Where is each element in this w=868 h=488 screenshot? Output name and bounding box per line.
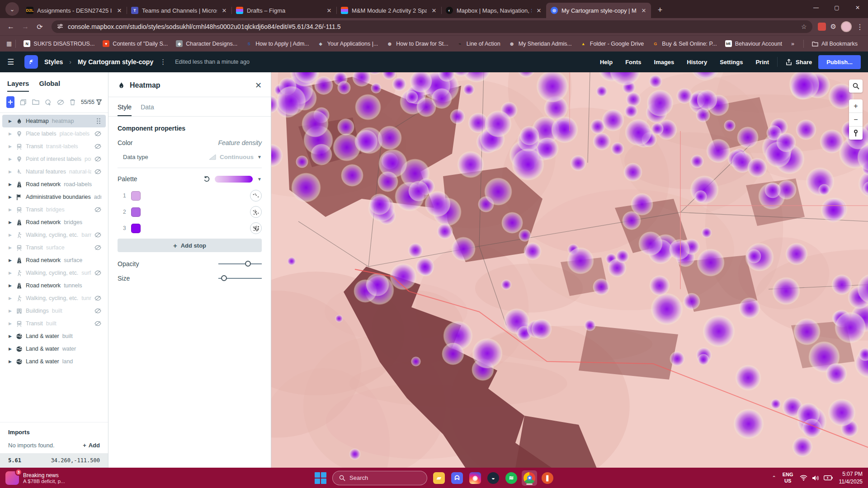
panel-tab-data[interactable]: Data bbox=[141, 103, 154, 116]
expand-arrow-icon[interactable]: ▶ bbox=[9, 144, 13, 149]
share-button[interactable]: Share bbox=[786, 59, 812, 66]
layer-row-admin[interactable]: ▶Administrative boundariesadmin bbox=[2, 191, 106, 203]
browser-tab[interactable]: ◐Mapbox | Maps, Navigation, Se✕ bbox=[441, 3, 546, 18]
size-slider-handle[interactable] bbox=[221, 275, 227, 281]
bookmark-item[interactable]: ⌁Line of Action bbox=[453, 38, 505, 49]
layer-row-bridges[interactable]: ▶Transitbridges bbox=[2, 203, 106, 216]
opacity-slider-handle[interactable] bbox=[245, 261, 251, 267]
news-widget[interactable]: 3 Breaking news A $78B deficit, p... bbox=[5, 471, 127, 485]
volume-icon[interactable] bbox=[812, 475, 819, 481]
layer-row-transit-labels[interactable]: ▶Transittransit-labels bbox=[2, 140, 106, 153]
tab-close-icon[interactable]: ✕ bbox=[326, 7, 333, 14]
visibility-off-icon[interactable] bbox=[94, 296, 101, 301]
instagram-app-button[interactable]: ◉ bbox=[467, 470, 483, 486]
duplicate-layer-icon[interactable] bbox=[20, 99, 27, 106]
layer-row-water[interactable]: ▶Land & waterwater bbox=[2, 343, 106, 355]
file-explorer-app-button[interactable]: ▰ bbox=[431, 470, 447, 486]
tab-close-icon[interactable]: ✕ bbox=[430, 7, 438, 14]
expand-arrow-icon[interactable]: ▶ bbox=[9, 347, 13, 351]
layer-row-barriers-bridg[interactable]: ▶Walking, cycling, etc.barriers-bridg bbox=[2, 229, 106, 241]
layer-row-land[interactable]: ▶Land & waterland bbox=[2, 355, 106, 368]
group-layers-icon[interactable] bbox=[32, 99, 39, 105]
studio-nav-history[interactable]: History bbox=[687, 59, 707, 66]
expand-arrow-icon[interactable]: ▶ bbox=[9, 233, 13, 237]
tab-layers[interactable]: Layers bbox=[7, 80, 29, 92]
steam-app-button[interactable]: ◒ bbox=[486, 470, 501, 486]
expand-arrow-icon[interactable]: ▶ bbox=[9, 334, 13, 338]
browser-tab[interactable]: TTeams and Channels | Microsof✕ bbox=[127, 3, 231, 18]
layer-row-built[interactable]: ▶Land & waterbuilt bbox=[2, 330, 106, 343]
tab-global[interactable]: Global bbox=[39, 80, 60, 92]
studio-nav-settings[interactable]: Settings bbox=[720, 59, 743, 66]
map-canvas[interactable]: + − bbox=[271, 72, 868, 468]
visibility-off-icon[interactable] bbox=[94, 156, 101, 162]
layer-row-surface[interactable]: ▶Transitsurface bbox=[2, 241, 106, 254]
reload-button[interactable]: ⟳ bbox=[33, 20, 46, 33]
expand-arrow-icon[interactable]: ▶ bbox=[9, 207, 13, 212]
expand-arrow-icon[interactable]: ▶ bbox=[9, 182, 13, 187]
bookmark-item[interactable]: ◍How to Draw for St... bbox=[382, 38, 452, 49]
browser-tab[interactable]: D2LAssignments - DESN27425 Inte✕ bbox=[22, 3, 127, 18]
breadcrumb-styles[interactable]: Styles bbox=[44, 58, 63, 66]
layer-row-built[interactable]: ▶Buildingsbuilt bbox=[2, 305, 106, 317]
visibility-off-icon[interactable] bbox=[94, 207, 101, 212]
bookmark-item[interactable]: bEBehaviour Account bbox=[721, 38, 786, 49]
add-layer-button[interactable] bbox=[6, 96, 14, 108]
layer-row-tunnels[interactable]: ▶Walking, cycling, etc.tunnels bbox=[2, 292, 106, 305]
layer-row-road-labels[interactable]: ▶Road networkroad-labels bbox=[2, 178, 106, 191]
tab-close-icon[interactable]: ✕ bbox=[116, 7, 123, 14]
adblock-icon[interactable] bbox=[818, 23, 826, 31]
browser-menu-icon[interactable]: ⋮ bbox=[856, 23, 863, 31]
hidden-icons-button[interactable]: ⌃ bbox=[772, 475, 776, 481]
mapbox-logo[interactable] bbox=[24, 55, 38, 69]
layer-row-bridges[interactable]: ▶Road networkbridges bbox=[2, 216, 106, 229]
locate-layer-icon[interactable] bbox=[45, 99, 52, 106]
bookmark-item[interactable]: ◆Your Applications |... bbox=[313, 38, 382, 49]
visibility-off-icon[interactable] bbox=[94, 245, 101, 250]
chevron-down-icon[interactable]: ▼ bbox=[257, 177, 262, 182]
imports-add-button[interactable]: + Add bbox=[83, 442, 100, 449]
data-type-select[interactable]: Continuous ▼ bbox=[209, 154, 262, 160]
studio-nav-help[interactable]: Help bbox=[600, 59, 613, 66]
wifi-icon[interactable] bbox=[800, 475, 807, 481]
drag-handle-icon[interactable] bbox=[96, 118, 101, 124]
zoom-in-button[interactable]: + bbox=[849, 99, 863, 113]
expand-arrow-icon[interactable]: ▶ bbox=[9, 157, 13, 161]
studio-nav-fonts[interactable]: Fonts bbox=[625, 59, 641, 66]
layer-row-natural-labels[interactable]: ▶Natural featuresnatural-labels bbox=[2, 165, 106, 178]
expand-arrow-icon[interactable]: ▶ bbox=[9, 195, 13, 199]
figma-app-button[interactable]: ❚ bbox=[540, 470, 555, 486]
delete-layer-icon[interactable] bbox=[70, 99, 75, 105]
chrome-app-button[interactable] bbox=[522, 470, 537, 486]
expand-arrow-icon[interactable]: ▶ bbox=[9, 309, 13, 313]
start-button[interactable] bbox=[313, 470, 328, 486]
expand-arrow-icon[interactable]: ▶ bbox=[9, 220, 13, 225]
layer-row-place-labels[interactable]: ▶Place labelsplace-labels bbox=[2, 127, 106, 140]
bookmark-item[interactable]: ▲Folder - Google Drive bbox=[576, 38, 648, 49]
tab-close-icon[interactable]: ✕ bbox=[221, 7, 228, 14]
bookmark-item[interactable]: SHow to Apply | Adm... bbox=[241, 38, 313, 49]
bookmark-item[interactable]: ◍My Sheridan Admis... bbox=[505, 38, 576, 49]
taskbar-search[interactable]: Search bbox=[332, 471, 427, 485]
expand-arrow-icon[interactable]: ▶ bbox=[9, 245, 13, 250]
new-tab-button[interactable]: + bbox=[654, 4, 666, 16]
expand-arrow-icon[interactable]: ▶ bbox=[9, 271, 13, 275]
minimize-button[interactable]: — bbox=[806, 0, 826, 15]
language-indicator[interactable]: ENGUS bbox=[783, 472, 793, 483]
tab-close-icon[interactable]: ✕ bbox=[640, 7, 647, 14]
bookmarks-overflow-button[interactable]: » bbox=[787, 39, 798, 49]
visibility-off-icon[interactable] bbox=[94, 308, 101, 314]
back-button[interactable]: ← bbox=[5, 20, 17, 33]
undo-palette-icon[interactable] bbox=[203, 176, 210, 182]
stop-color-swatch[interactable] bbox=[131, 191, 141, 201]
layer-row-built[interactable]: ▶Transitbuilt bbox=[2, 317, 106, 330]
visibility-off-icon[interactable] bbox=[94, 131, 101, 136]
expand-arrow-icon[interactable]: ▶ bbox=[9, 169, 13, 174]
panel-tab-style[interactable]: Style bbox=[118, 103, 132, 116]
palette-gradient-swatch[interactable] bbox=[215, 176, 253, 183]
opacity-slider[interactable] bbox=[218, 261, 262, 267]
visibility-off-icon[interactable] bbox=[94, 321, 101, 326]
expand-arrow-icon[interactable]: ▶ bbox=[9, 119, 13, 123]
bookmark-item[interactable]: NSUKI'S DISASTROUS... bbox=[19, 38, 99, 49]
address-bar[interactable]: console.mapbox.com/studio/styles/sodsukh… bbox=[52, 20, 812, 33]
